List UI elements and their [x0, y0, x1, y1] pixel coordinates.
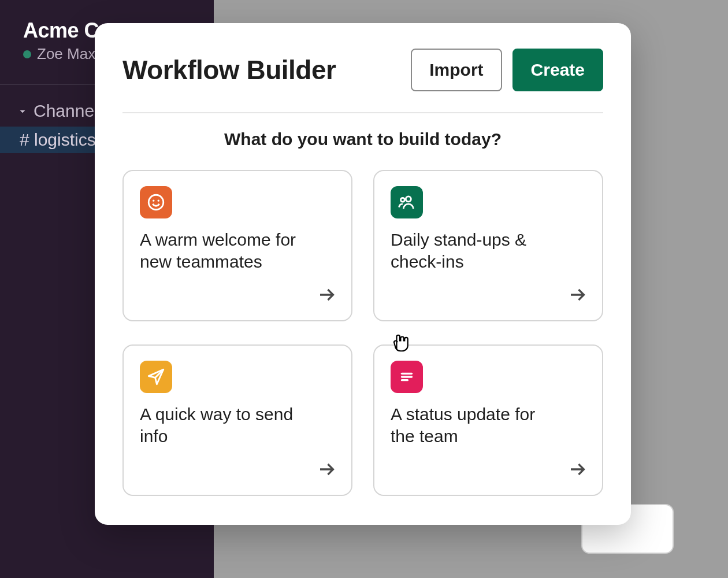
template-card-status-update[interactable]: A status update for the team [373, 344, 603, 496]
template-card-title: Daily stand-ups & check-ins [391, 229, 564, 273]
modal-actions: Import Create [411, 49, 603, 91]
template-card-title: A warm welcome for new teammates [140, 229, 313, 273]
app-root: Acme Co Zoe Max Channels # logistics Wor… [0, 0, 728, 578]
template-card-title: A status update for the team [391, 403, 564, 448]
modal-subtitle: What do you want to build today? [122, 129, 603, 149]
svg-point-0 [148, 195, 164, 210]
template-cards: A warm welcome for new teammates [122, 170, 603, 496]
arrow-right-icon [317, 284, 337, 307]
smiley-icon [140, 186, 172, 218]
svg-point-2 [158, 199, 159, 201]
modal-overlay: Workflow Builder Import Create What do y… [0, 0, 728, 578]
svg-point-4 [401, 198, 405, 202]
svg-point-1 [153, 199, 154, 201]
modal-divider [122, 112, 603, 113]
doc-lines-icon [391, 361, 423, 393]
template-card-welcome[interactable]: A warm welcome for new teammates [122, 170, 352, 321]
people-icon [391, 186, 423, 218]
paperplane-icon [140, 361, 172, 393]
arrow-right-icon [567, 459, 588, 482]
svg-point-3 [406, 197, 411, 202]
template-card-title: A quick way to send info [140, 403, 313, 448]
workflow-builder-modal: Workflow Builder Import Create What do y… [95, 23, 631, 525]
import-button[interactable]: Import [411, 49, 502, 91]
template-card-send-info[interactable]: A quick way to send info [122, 344, 352, 496]
arrow-right-icon [317, 459, 337, 482]
modal-header: Workflow Builder Import Create [122, 49, 603, 91]
create-button[interactable]: Create [512, 49, 603, 91]
modal-title: Workflow Builder [122, 54, 336, 86]
template-card-standups[interactable]: Daily stand-ups & check-ins [373, 170, 603, 321]
arrow-right-icon [567, 284, 588, 307]
